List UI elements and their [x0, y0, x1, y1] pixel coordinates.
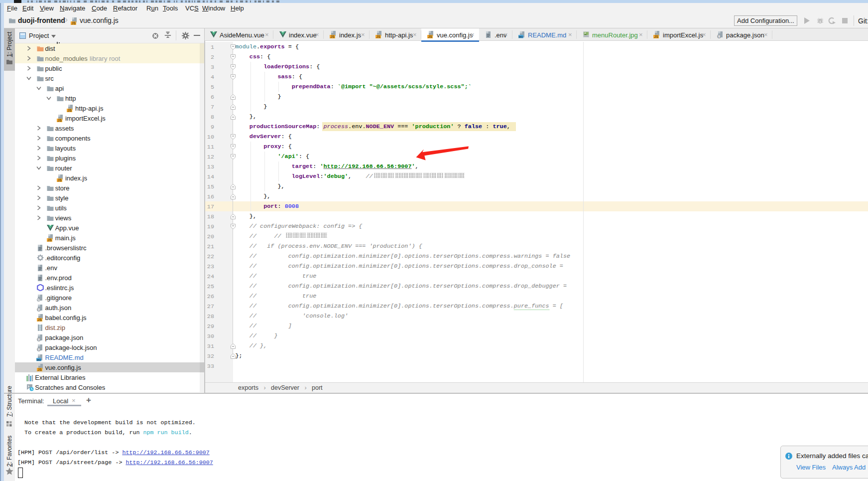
- svg-text:JS: JS: [57, 119, 62, 122]
- svg-text:MD: MD: [518, 35, 523, 38]
- svg-text:JS: JS: [37, 368, 42, 371]
- svg-text:JS: JS: [47, 238, 52, 242]
- svg-text:JS: JS: [37, 318, 42, 321]
- svg-text:{}: {}: [37, 338, 40, 341]
- svg-text:{}: {}: [37, 308, 40, 312]
- svg-text:JS: JS: [57, 178, 62, 182]
- svg-text:JS: JS: [68, 109, 72, 112]
- svg-text:MD: MD: [36, 358, 41, 361]
- svg-text:JS: JS: [654, 35, 659, 38]
- svg-text:{}: {}: [717, 35, 721, 38]
- svg-text:JS: JS: [428, 35, 433, 38]
- svg-text:JS: JS: [376, 35, 381, 38]
- svg-text:JS: JS: [72, 21, 76, 25]
- svg-text:{}: {}: [37, 348, 40, 351]
- svg-text:JS: JS: [331, 35, 335, 38]
